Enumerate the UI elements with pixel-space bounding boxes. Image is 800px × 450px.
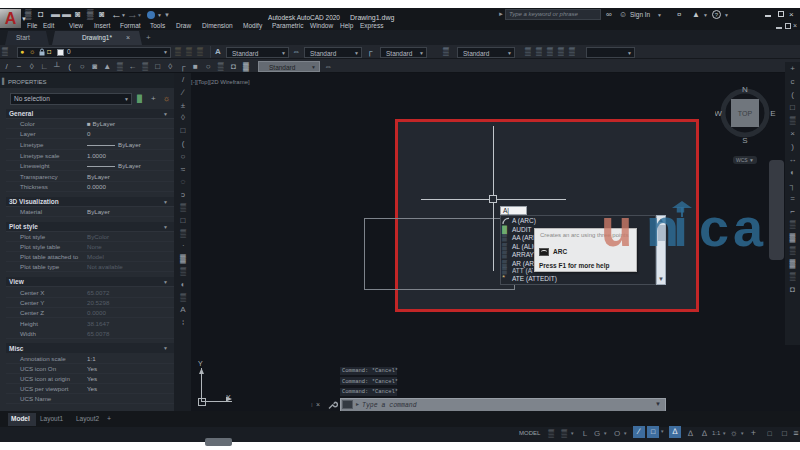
- svg-text:S: S: [742, 136, 747, 145]
- svg-text:E: E: [770, 109, 775, 118]
- svg-text:TOP: TOP: [738, 110, 753, 117]
- svg-text:N: N: [742, 85, 748, 94]
- svg-text:W: W: [715, 109, 722, 118]
